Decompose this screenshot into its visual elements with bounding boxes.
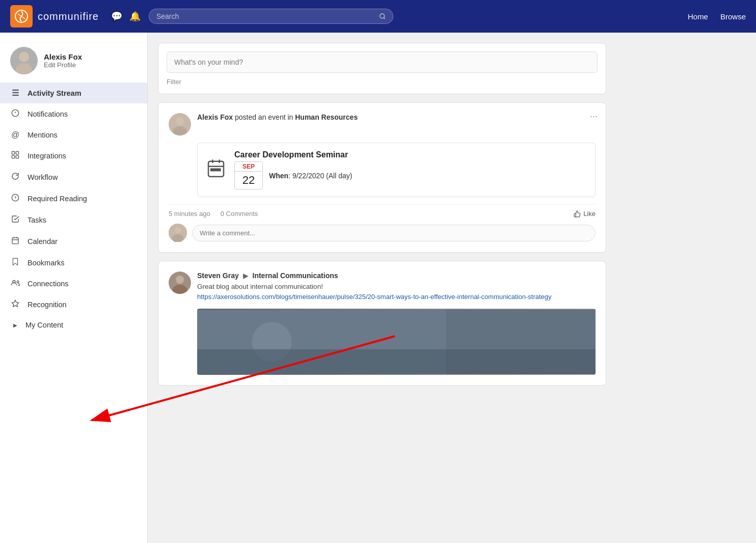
when-label: When <box>269 172 288 180</box>
post-author-avatar-1[interactable] <box>169 113 191 135</box>
home-link[interactable]: Home <box>688 12 708 21</box>
post-author-2: Steven Gray <box>197 272 239 280</box>
sidebar-item-required-reading[interactable]: Required Reading <box>0 188 147 209</box>
cal-day: 22 <box>235 172 262 189</box>
event-box: Career Development Seminar SEP 22 When: … <box>197 143 596 197</box>
notifications-icon <box>10 109 20 119</box>
sidebar-label-tasks: Tasks <box>28 216 46 224</box>
event-title[interactable]: Career Development Seminar <box>234 150 352 159</box>
sidebar-item-tasks[interactable]: Tasks <box>0 209 147 231</box>
sidebar-item-mentions[interactable]: @ Mentions <box>0 125 147 145</box>
post-timestamp-1: 5 minutes ago <box>169 210 210 218</box>
post-space-1[interactable]: Human Resources <box>295 113 358 121</box>
sidebar-label-integrations: Integrations <box>28 152 66 160</box>
sidebar-item-connections[interactable]: Connections <box>0 274 147 294</box>
logo-wrap[interactable]: communifire <box>10 5 99 28</box>
sidebar-label-mentions: Mentions <box>28 131 58 139</box>
feed-meta-2: Steven Gray ▶ Internal Communications Gr… <box>197 272 596 375</box>
svg-point-20 <box>176 117 184 125</box>
profile-name: Alexis Fox <box>44 52 82 61</box>
post-more-menu[interactable]: ··· <box>590 111 598 122</box>
search-input[interactable] <box>156 12 375 20</box>
svg-rect-38 <box>197 349 596 374</box>
sidebar-item-integrations[interactable]: Integrations <box>0 145 147 167</box>
sidebar-label-connections: Connections <box>28 280 69 288</box>
sidebar-label-bookmarks: Bookmarks <box>28 259 65 267</box>
sidebar-item-my-content[interactable]: ▶ My Content <box>0 315 147 335</box>
post-text-2: Great blog about internal communication! <box>197 283 323 290</box>
like-button-1[interactable]: Like <box>574 210 596 218</box>
sidebar-label-activity-stream: Activity Stream <box>28 89 82 97</box>
event-calendar-icon <box>206 158 226 182</box>
svg-rect-26 <box>211 169 213 170</box>
integrations-icon <box>10 151 20 161</box>
search-bar[interactable] <box>149 9 393 24</box>
feed-post-1: ··· Alexis Fox posted an event in Human … <box>158 102 606 253</box>
sidebar-item-recognition[interactable]: Recognition <box>0 294 147 315</box>
post-comments-1[interactable]: 0 Comments <box>221 210 258 218</box>
feed-header-1: Alexis Fox posted an event in Human Reso… <box>169 113 596 135</box>
when-value: : 9/22/2020 (All day) <box>288 172 352 180</box>
post-input[interactable] <box>167 51 598 73</box>
feed-meta-text-1: Alexis Fox posted an event in Human Reso… <box>197 113 596 121</box>
cal-month: SEP <box>235 162 262 172</box>
event-date-block: SEP 22 When: 9/22/2020 (All day) <box>234 161 352 189</box>
bell-icon[interactable]: 🔔 <box>129 11 141 22</box>
calendar-date: SEP 22 <box>234 161 263 189</box>
feed-footer-right: Like <box>574 210 596 218</box>
post-author-avatar-2[interactable] <box>169 272 191 294</box>
app-name: communifire <box>38 11 99 22</box>
required-reading-icon <box>10 194 20 204</box>
sidebar-label-my-content: My Content <box>25 321 63 329</box>
comment-row-1 <box>169 224 596 242</box>
svg-point-18 <box>17 281 19 283</box>
logo-icon <box>10 5 33 28</box>
feed-post-2: Steven Gray ▶ Internal Communications Gr… <box>158 261 606 386</box>
comment-input-1[interactable] <box>192 225 596 241</box>
sidebar-label-recognition: Recognition <box>28 301 67 309</box>
sidebar-item-activity-stream[interactable]: ☰ Activity Stream <box>0 83 147 103</box>
workflow-icon <box>10 172 20 182</box>
sidebar-item-notifications[interactable]: Notifications <box>0 103 147 125</box>
commenter-avatar-1 <box>169 224 187 242</box>
sidebar-label-required-reading: Required Reading <box>28 195 87 203</box>
sidebar-label-calendar: Calendar <box>28 237 58 246</box>
sidebar-label-notifications: Notifications <box>28 110 68 118</box>
svg-rect-9 <box>12 151 14 154</box>
tasks-icon <box>10 215 20 225</box>
feed-names-2: Steven Gray ▶ Internal Communications <box>197 272 596 280</box>
svg-point-30 <box>175 227 181 233</box>
svg-point-4 <box>19 52 29 62</box>
post-input-card: Filter <box>158 43 606 94</box>
post-author-name-1: Alexis Fox <box>197 113 233 121</box>
post-action-1: posted an event in <box>235 113 295 121</box>
profile-avatar[interactable] <box>10 47 38 74</box>
thumbs-up-icon <box>574 210 581 218</box>
recognition-icon <box>10 300 20 310</box>
chat-icon[interactable]: 💬 <box>111 11 122 22</box>
profile-section: Alexis Fox Edit Profile <box>0 41 147 83</box>
svg-point-33 <box>176 276 184 284</box>
post-body-2: Great blog about internal communication!… <box>197 282 596 303</box>
svg-line-2 <box>384 18 385 19</box>
like-label-1: Like <box>583 210 596 218</box>
post-link-2[interactable]: https://axerosolutions.com/blogs/timeise… <box>197 293 552 301</box>
filter-button[interactable]: Filter <box>167 78 598 86</box>
feed-footer-1: 5 minutes ago 0 Comments Like <box>169 204 596 218</box>
sidebar-label-workflow: Workflow <box>28 173 58 181</box>
main-layout: Alexis Fox Edit Profile ☰ Activity Strea… <box>0 33 756 543</box>
sidebar-item-calendar[interactable]: Calendar <box>0 231 147 252</box>
activity-stream-icon: ☰ <box>10 88 20 98</box>
svg-rect-11 <box>12 155 14 158</box>
browse-link[interactable]: Browse <box>720 12 746 21</box>
sidebar-item-bookmarks[interactable]: Bookmarks <box>0 252 147 274</box>
svg-rect-27 <box>214 169 217 170</box>
svg-rect-28 <box>218 169 220 170</box>
post-image-2 <box>197 309 596 375</box>
sidebar-item-workflow[interactable]: Workflow <box>0 167 147 188</box>
post-space-2[interactable]: Internal Communications <box>253 272 338 280</box>
my-content-expand-icon: ▶ <box>10 322 20 328</box>
search-icon <box>379 13 386 20</box>
edit-profile-link[interactable]: Edit Profile <box>44 61 82 69</box>
connections-icon <box>10 279 20 288</box>
